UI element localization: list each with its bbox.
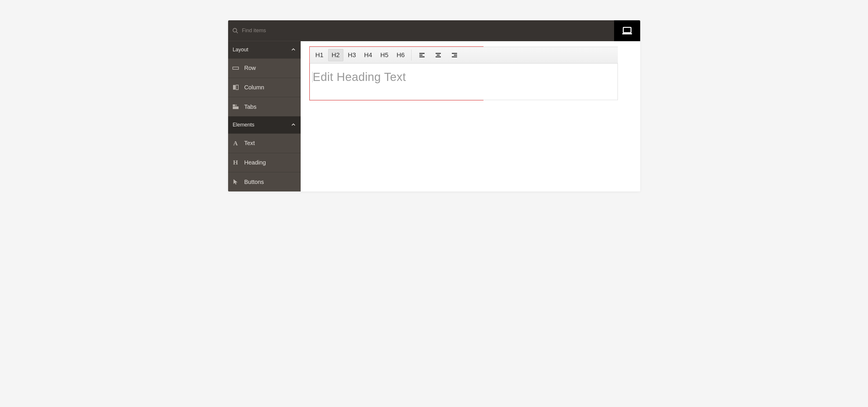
content-area: Layout Row Column — [228, 41, 640, 191]
align-left-icon — [418, 52, 426, 59]
sidebar-item-label: Heading — [244, 159, 266, 166]
heading-h5-button[interactable]: H5 — [377, 49, 392, 61]
align-right-button[interactable] — [447, 49, 462, 61]
sidebar-item-tabs[interactable]: Tabs — [228, 97, 301, 116]
text-icon: A — [231, 139, 240, 147]
sidebar-item-label: Row — [244, 65, 256, 71]
heading-h3-button[interactable]: H3 — [344, 49, 360, 61]
sidebar-item-row[interactable]: Row — [228, 58, 301, 78]
svg-rect-3 — [622, 33, 632, 34]
svg-rect-2 — [623, 27, 631, 32]
chevron-up-icon — [291, 47, 296, 52]
topbar — [228, 20, 640, 41]
section-label: Layout — [233, 47, 248, 53]
svg-rect-9 — [233, 106, 239, 109]
heading-h2-button[interactable]: H2 — [328, 49, 343, 61]
svg-rect-7 — [233, 104, 235, 106]
heading-editor[interactable]: Edit Heading Text — [310, 64, 618, 100]
align-center-icon — [435, 52, 442, 59]
tabs-icon — [231, 103, 240, 111]
toolbar-separator — [411, 50, 411, 61]
desktop-view-button[interactable] — [614, 20, 640, 41]
align-center-button[interactable] — [431, 49, 446, 61]
svg-rect-8 — [235, 104, 237, 106]
sidebar-item-label: Text — [244, 140, 255, 147]
heading-h1-button[interactable]: H1 — [312, 49, 327, 61]
sidebar-item-buttons[interactable]: Buttons — [228, 172, 301, 191]
heading-toolbar: H1 H2 H3 H4 H5 H6 — [310, 47, 618, 64]
section-header-layout[interactable]: Layout — [228, 41, 301, 58]
section-label: Elements — [233, 122, 254, 128]
sidebar-item-heading[interactable]: H Heading — [228, 153, 301, 172]
svg-rect-6 — [236, 85, 238, 90]
svg-line-1 — [236, 31, 238, 33]
heading-placeholder: Edit Heading Text — [313, 70, 615, 84]
heading-h4-button[interactable]: H4 — [361, 49, 376, 61]
sidebar-item-column[interactable]: Column — [228, 78, 301, 97]
heading-h6-button[interactable]: H6 — [393, 49, 408, 61]
app-window: Layout Row Column — [228, 20, 640, 191]
section-header-elements[interactable]: Elements — [228, 116, 301, 133]
laptop-icon — [621, 25, 633, 36]
canvas[interactable]: H1 H2 H3 H4 H5 H6 — [301, 41, 640, 191]
svg-point-0 — [233, 28, 237, 32]
column-icon — [231, 83, 240, 91]
search-area — [228, 20, 301, 41]
cursor-icon — [231, 178, 240, 186]
svg-rect-4 — [233, 67, 239, 69]
sidebar-item-label: Buttons — [244, 179, 264, 185]
heading-icon: H — [231, 158, 240, 166]
heading-element-selection: H1 H2 H3 H4 H5 H6 — [309, 46, 484, 100]
sidebar-item-label: Tabs — [244, 103, 256, 110]
search-icon — [232, 28, 239, 34]
sidebar-item-label: Column — [244, 84, 265, 91]
sidebar: Layout Row Column — [228, 41, 301, 191]
chevron-up-icon — [291, 122, 296, 127]
row-icon — [231, 64, 240, 72]
search-input[interactable] — [242, 28, 297, 34]
sidebar-item-text[interactable]: A Text — [228, 133, 301, 153]
align-right-icon — [451, 52, 458, 59]
svg-rect-5 — [233, 85, 235, 90]
align-left-button[interactable] — [414, 49, 430, 61]
